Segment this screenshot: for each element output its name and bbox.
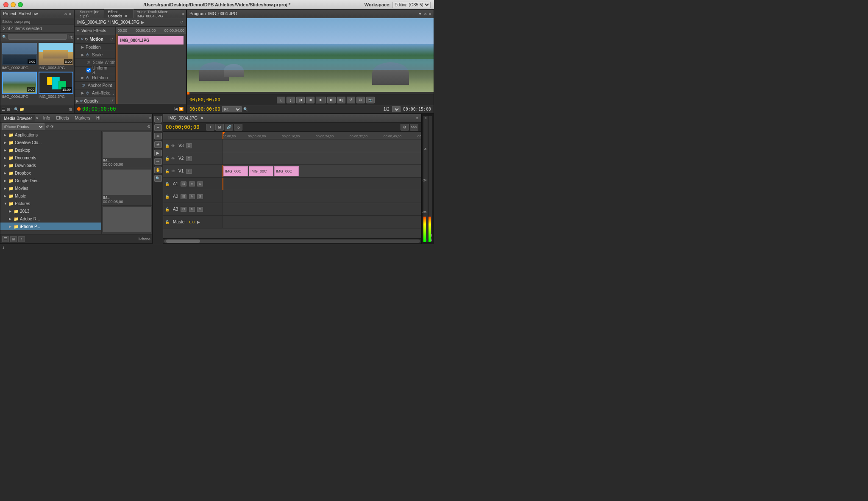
selection-tool[interactable]: ↖ xyxy=(154,116,162,122)
track-content-v3[interactable] xyxy=(223,139,421,152)
track-content-master[interactable] xyxy=(223,216,421,228)
tree-item-2013[interactable]: ▶ 📁 2013 xyxy=(0,207,101,215)
uniform-scale-checkbox[interactable] xyxy=(86,68,91,72)
tl-menu-icon[interactable]: ≡ xyxy=(416,116,418,120)
minimize-button[interactable] xyxy=(11,2,16,7)
tl-scrollbar[interactable] xyxy=(163,238,421,243)
monitor-menu-icon[interactable]: ≡ xyxy=(429,12,431,16)
eye-icon[interactable]: 👁 xyxy=(171,144,175,148)
tab-markers[interactable]: Markers xyxy=(72,115,93,121)
video-effects-header[interactable]: ▼ Video Effects xyxy=(75,27,115,35)
lock-icon[interactable]: 🔒 xyxy=(165,207,170,212)
add-track-btn[interactable]: + xyxy=(206,124,214,131)
tree-item-dropbox[interactable]: ▶ 📁 Dropbox xyxy=(0,169,101,177)
track-select-tool[interactable]: ▶ xyxy=(154,150,162,156)
lock-icon[interactable]: 🔒 xyxy=(165,156,170,161)
new-bin-btn[interactable]: 🗑 xyxy=(69,107,72,111)
add-marker-btn[interactable]: ◇ xyxy=(234,124,242,131)
eye-icon[interactable]: 👁 xyxy=(171,169,175,173)
motion-reset-icon[interactable]: ↺ xyxy=(110,37,114,42)
track-content-v2[interactable] xyxy=(223,152,421,164)
lock-icon[interactable]: 🔒 xyxy=(165,182,170,186)
mb-thumb-item-2[interactable]: IM... 00;00;05;00 xyxy=(102,168,152,206)
loop-btn[interactable]: ↺ xyxy=(347,97,355,103)
step-back-btn[interactable]: ◀ xyxy=(306,97,314,103)
close-icon[interactable]: ✕ xyxy=(124,14,128,18)
settings-btn[interactable]: ⚙ xyxy=(147,125,150,129)
thumb-item-img0003[interactable]: 5;00 IMG_0003.JPG xyxy=(39,43,73,70)
solo-a1[interactable]: S xyxy=(197,181,203,186)
sort-btn[interactable]: ↑ xyxy=(11,107,13,111)
track-sync-v3[interactable]: ⊡ xyxy=(186,143,192,148)
tree-item-pictures[interactable]: ▼ 📁 Pictures xyxy=(0,200,101,207)
track-content-a3[interactable] xyxy=(223,203,421,215)
goto-in-btn[interactable]: |◀ xyxy=(296,97,305,103)
mute-a1[interactable]: M xyxy=(189,181,195,186)
snap-btn[interactable]: ⊠ xyxy=(215,124,224,131)
link-btn[interactable]: 🔗 xyxy=(225,124,233,131)
shuttle-icon[interactable]: ⏩ xyxy=(179,107,184,111)
lock-icon[interactable]: 🔒 xyxy=(165,144,170,148)
master-arrow[interactable]: ▶ xyxy=(197,220,200,224)
track-sync-v2[interactable]: ⊡ xyxy=(186,156,192,161)
folder-btn[interactable]: 📁 xyxy=(19,107,24,111)
play-btn[interactable]: ▶ xyxy=(316,97,326,103)
goto-start-icon[interactable]: |◀ xyxy=(174,107,178,111)
tab-media-browser[interactable]: Media Browser xyxy=(1,115,35,122)
step-fwd-btn[interactable]: ▶ xyxy=(327,97,336,103)
monitor-progress-bar[interactable] xyxy=(187,92,434,95)
tl-tab-sequence[interactable]: IMG_0004.JPG ✕ xyxy=(166,115,206,121)
tree-item-google-drive[interactable]: ▶ 📁 Google Driv... xyxy=(0,177,101,184)
close-icon[interactable]: ✕ xyxy=(36,116,39,120)
icon-view-btn[interactable]: ⊞ xyxy=(7,107,10,111)
goto-out-btn[interactable]: ▶| xyxy=(337,97,345,103)
tab-hi[interactable]: Hi xyxy=(94,115,103,121)
track-content-v1[interactable]: IMG_00C IMG_00C IMG_00C xyxy=(223,165,421,177)
mute-a3[interactable]: M xyxy=(189,207,195,212)
thumb-item-img0002[interactable]: 5;00 IMG_0002.JPG xyxy=(2,43,37,70)
lock-icon[interactable]: 🔒 xyxy=(165,220,170,224)
track-sync-a2[interactable]: ⊡ xyxy=(181,194,186,199)
solo-a2[interactable]: S xyxy=(197,194,203,199)
clip-img-001[interactable]: IMG_00C xyxy=(223,166,248,176)
maximize-button[interactable] xyxy=(18,2,23,7)
tab-audio-mixer[interactable]: Audio Track Mixer: IMG_0004.JPG xyxy=(134,9,182,19)
clip-img-003[interactable]: IMG_00C xyxy=(274,166,299,176)
tree-item-desktop[interactable]: ▶ 📁 Desktop xyxy=(0,146,101,154)
clip-img-002[interactable]: IMG_00C xyxy=(249,166,273,176)
lock-icon[interactable]: 🔒 xyxy=(165,195,170,199)
tree-item-downloads[interactable]: ▶ 📁 Downloads xyxy=(0,161,101,169)
tree-item-adobe[interactable]: ▶ 📁 Adobe R... xyxy=(0,215,101,223)
tree-item-documents[interactable]: ▶ 📁 Documents xyxy=(0,154,101,161)
razor-tool[interactable]: ✂ xyxy=(154,124,162,131)
mute-a2[interactable]: M xyxy=(189,194,195,199)
tree-item-music[interactable]: ▶ 📁 Music xyxy=(0,192,101,200)
zoom-tool[interactable]: 🔍 xyxy=(154,175,162,182)
list-view-btn[interactable]: ☰ xyxy=(2,107,5,111)
expand-btn[interactable]: >>> xyxy=(410,124,418,131)
motion-header[interactable]: ▼ fx ⟳ Motion ↺ xyxy=(75,35,115,44)
close-icon[interactable]: ✕ xyxy=(64,12,67,16)
pen-tool[interactable]: ✏ xyxy=(154,158,162,165)
tree-item-applications[interactable]: ▶ 📁 Applications xyxy=(0,131,101,139)
tab-effects[interactable]: Effects xyxy=(53,115,71,121)
hand-tool[interactable]: ✋ xyxy=(154,167,162,173)
list-view-btn[interactable]: ☰ xyxy=(2,236,9,242)
mark-in-btn[interactable]: { xyxy=(277,97,285,103)
safe-margins-btn[interactable]: ⊡ xyxy=(356,97,365,103)
scrollbar-thumb[interactable] xyxy=(166,239,200,243)
panel-menu-icon[interactable]: ≡ xyxy=(149,116,151,120)
export-frame-btn[interactable]: 📷 xyxy=(366,97,375,103)
track-sync-a1[interactable]: ⊡ xyxy=(181,181,186,186)
monitor-dropdown-icon[interactable]: ▼ xyxy=(418,12,422,16)
mark-out-btn[interactable]: } xyxy=(287,97,295,103)
slip-tool[interactable]: ⇄ xyxy=(154,141,162,148)
thumb-item-img0004b[interactable]: 15;00 IMG_0004.JPG xyxy=(39,72,73,99)
tl-tab-close[interactable]: ✕ xyxy=(200,116,204,120)
icon-view-btn[interactable]: ⊞ xyxy=(10,236,17,242)
thumb-item-img0004a[interactable]: 5;00 IMG_0004.JPG xyxy=(2,72,37,99)
search-input[interactable] xyxy=(8,34,67,40)
eye-btn[interactable]: 👁 xyxy=(50,125,54,129)
ripple-tool[interactable]: ⇔ xyxy=(154,133,162,139)
solo-a3[interactable]: S xyxy=(197,207,203,212)
